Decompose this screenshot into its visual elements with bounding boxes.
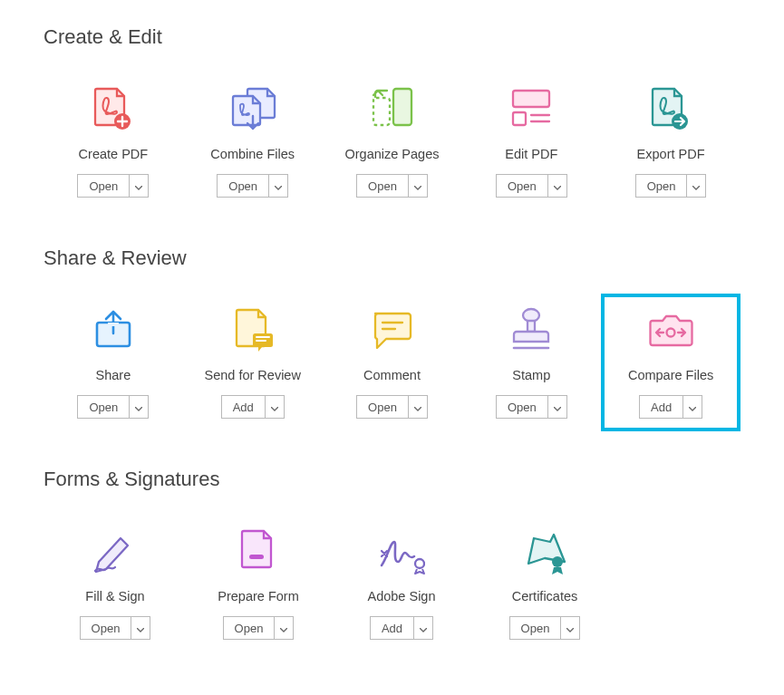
- prepare-form-icon: [233, 526, 284, 576]
- tool-create-pdf[interactable]: Create PDF Open: [44, 72, 183, 210]
- fill-sign-dropdown[interactable]: [131, 616, 150, 640]
- adobe-sign-add-button[interactable]: Add: [370, 616, 413, 640]
- create-pdf-open-button[interactable]: Open: [77, 174, 129, 198]
- export-pdf-open-button[interactable]: Open: [635, 174, 687, 198]
- section-title: Share & Review: [44, 246, 740, 270]
- compare-files-add-button[interactable]: Add: [639, 395, 682, 419]
- certificates-dropdown[interactable]: [560, 616, 580, 640]
- tool-label: Export PDF: [637, 147, 705, 161]
- share-icon: [88, 304, 139, 355]
- organize-pages-dropdown[interactable]: [408, 174, 428, 198]
- tool-label: Send for Review: [205, 368, 301, 382]
- chevron-down-icon: [275, 179, 282, 193]
- stamp-icon: [506, 304, 557, 355]
- tool-compare-files[interactable]: Compare Files Add: [601, 294, 740, 431]
- send-review-icon: [227, 304, 278, 355]
- edit-pdf-icon: [506, 83, 557, 134]
- chevron-down-icon: [280, 622, 287, 635]
- adobe-sign-icon: [376, 526, 427, 576]
- export-pdf-icon: [645, 83, 696, 134]
- section-title: Create & Edit: [44, 25, 740, 49]
- chevron-down-icon: [137, 622, 144, 635]
- send-for-review-dropdown[interactable]: [265, 395, 285, 419]
- compare-files-icon: [645, 304, 696, 355]
- chevron-down-icon: [414, 179, 421, 193]
- create-pdf-dropdown[interactable]: [129, 174, 149, 198]
- export-pdf-dropdown[interactable]: [686, 174, 706, 198]
- combine-files-icon: [227, 83, 278, 134]
- combine-files-open-button[interactable]: Open: [217, 174, 268, 198]
- tool-fill-sign[interactable]: Fill & Sign Open: [44, 515, 187, 652]
- tool-label: Organize Pages: [345, 147, 440, 161]
- share-dropdown[interactable]: [129, 395, 149, 419]
- chevron-down-icon: [414, 401, 421, 414]
- edit-pdf-open-button[interactable]: Open: [496, 174, 547, 198]
- comment-dropdown[interactable]: [408, 395, 428, 419]
- tool-share[interactable]: Share Open: [44, 294, 183, 431]
- chevron-down-icon: [271, 401, 278, 414]
- tool-combine-files[interactable]: Combine Files Open: [183, 72, 323, 210]
- chevron-down-icon: [554, 401, 561, 414]
- chevron-down-icon: [420, 622, 427, 635]
- chevron-down-icon: [566, 622, 574, 635]
- tool-edit-pdf[interactable]: Edit PDF Open: [461, 72, 601, 210]
- share-open-button[interactable]: Open: [77, 395, 129, 419]
- tool-send-for-review[interactable]: Send for Review Add: [183, 294, 323, 431]
- fill-sign-icon: [90, 526, 140, 576]
- tool-stamp[interactable]: Stamp Open: [461, 294, 601, 431]
- organize-pages-open-button[interactable]: Open: [356, 174, 408, 198]
- tool-label: Prepare Form: [218, 589, 298, 603]
- organize-pages-icon: [366, 83, 417, 134]
- chevron-down-icon: [135, 179, 142, 193]
- adobe-sign-dropdown[interactable]: [413, 616, 433, 640]
- section-title: Forms & Signatures: [44, 468, 740, 491]
- tool-label: Edit PDF: [505, 147, 557, 161]
- tool-label: Adobe Sign: [368, 589, 436, 603]
- combine-files-dropdown[interactable]: [268, 174, 288, 198]
- tool-label: Fill & Sign: [85, 589, 144, 603]
- tool-certificates[interactable]: Certificates Open: [473, 515, 616, 652]
- chevron-down-icon: [692, 179, 700, 193]
- tool-label: Combine Files: [210, 147, 295, 161]
- comment-open-button[interactable]: Open: [356, 395, 408, 419]
- compare-files-dropdown[interactable]: [682, 395, 702, 419]
- tool-adobe-sign[interactable]: Adobe Sign Add: [330, 515, 473, 652]
- certificates-icon: [519, 526, 570, 576]
- tool-prepare-form[interactable]: Prepare Form Open: [187, 515, 330, 652]
- tool-label: Create PDF: [79, 147, 149, 161]
- tool-comment[interactable]: Comment Open: [323, 294, 462, 431]
- tool-label: Share: [96, 368, 131, 382]
- prepare-form-open-button[interactable]: Open: [223, 616, 275, 640]
- stamp-dropdown[interactable]: [547, 395, 567, 419]
- certificates-open-button[interactable]: Open: [509, 616, 561, 640]
- comment-icon: [366, 304, 417, 355]
- tool-label: Certificates: [512, 589, 578, 603]
- chevron-down-icon: [689, 401, 696, 414]
- fill-sign-open-button[interactable]: Open: [80, 616, 131, 640]
- tool-label: Comment: [363, 368, 421, 382]
- chevron-down-icon: [554, 179, 561, 193]
- send-for-review-add-button[interactable]: Add: [221, 395, 265, 419]
- prepare-form-dropdown[interactable]: [274, 616, 294, 640]
- edit-pdf-dropdown[interactable]: [547, 174, 567, 198]
- tool-label: Compare Files: [628, 368, 713, 382]
- tool-organize-pages[interactable]: Organize Pages Open: [323, 72, 462, 210]
- tool-export-pdf[interactable]: Export PDF Open: [601, 72, 740, 210]
- create-pdf-icon: [88, 83, 139, 134]
- stamp-open-button[interactable]: Open: [496, 395, 547, 419]
- tool-label: Stamp: [512, 368, 550, 382]
- chevron-down-icon: [135, 401, 142, 414]
